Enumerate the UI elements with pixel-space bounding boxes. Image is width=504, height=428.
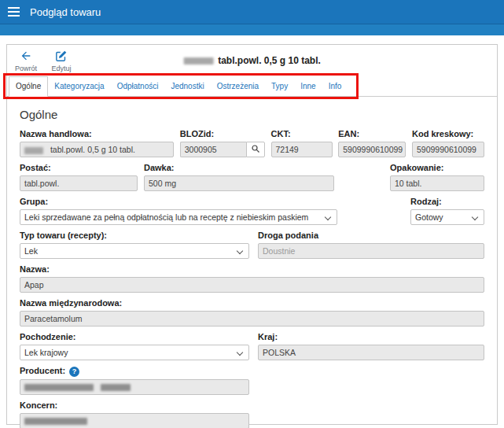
- droga-podania-label: Droga podania: [258, 231, 484, 241]
- back-button-label: Powrót: [15, 65, 37, 72]
- field-blozid: BLOZid: 3000905: [180, 129, 265, 157]
- ean-label: EAN:: [338, 129, 406, 139]
- form-row-3: Grupa: Leki sprzedawane za pełną odpłatn…: [20, 197, 484, 231]
- blozid-label: BLOZid:: [180, 129, 265, 139]
- nazwa-miedzynarodowa-label: Nazwa międzynarodowa:: [20, 298, 484, 308]
- droga-podania-input: Doustnie: [258, 243, 484, 259]
- ean-input: 5909990610099: [338, 142, 406, 157]
- producent-input: [20, 379, 249, 395]
- producent-label: Producent:: [20, 366, 65, 375]
- form-row-8: Producent:: [20, 366, 484, 400]
- field-dawka: Dawka: 500 mg: [144, 163, 334, 191]
- section-title: Ogólne: [20, 108, 484, 121]
- koncern-input: [20, 413, 249, 428]
- form-row-4: Typ towaru (recepty): Lek Droga podania …: [20, 231, 484, 264]
- app-header: Podgląd towaru: [0, 0, 504, 24]
- chevron-down-icon: [237, 248, 243, 254]
- tab-inne[interactable]: Inne: [294, 76, 322, 96]
- form-row-6: Nazwa międzynarodowa: Paracetamolum: [20, 298, 484, 332]
- field-ckt: CKT: 72149: [271, 129, 333, 157]
- blozid-input: 3000905: [180, 142, 246, 157]
- redacted-text: [24, 418, 87, 425]
- postac-label: Postać:: [20, 163, 138, 173]
- dawka-input: 500 mg: [144, 175, 334, 191]
- menu-icon[interactable]: [8, 5, 20, 19]
- typ-towaru-select[interactable]: Lek: [20, 243, 249, 259]
- bloz-search-button[interactable]: [246, 142, 265, 157]
- form-row-1: Nazwa handlowa: tabl.powl. 0,5 g 10 tabl…: [20, 129, 484, 163]
- redacted-text: [24, 384, 94, 391]
- dawka-label: Dawka:: [144, 163, 334, 173]
- field-kod-kreskowy: Kod kreskowy: 5909990610099: [412, 129, 484, 157]
- kraj-input: POLSKA: [258, 345, 484, 360]
- field-nazwa: Nazwa: Apap: [20, 264, 484, 293]
- arrow-left-icon: [19, 49, 33, 63]
- field-nazwa-handlowa: Nazwa handlowa: tabl.powl. 0,5 g 10 tabl…: [20, 129, 174, 157]
- nazwa-handlowa-input: tabl.powl. 0,5 g 10 tabl.: [20, 142, 174, 157]
- field-grupa: Grupa: Leki sprzedawane za pełną odpłatn…: [20, 197, 337, 225]
- postac-input: tabl.powl.: [20, 175, 138, 191]
- tab-jednostki[interactable]: Jednostki: [164, 76, 210, 96]
- redacted-text: [183, 57, 213, 65]
- field-opakowanie: Opakowanie: 10 tabl.: [390, 163, 484, 191]
- opakowanie-input: 10 tabl.: [390, 175, 484, 191]
- redacted-text: [24, 147, 43, 154]
- tab-kategoryzacja[interactable]: Kategoryzacja: [48, 76, 110, 96]
- field-nazwa-miedzynarodowa: Nazwa międzynarodowa: Paracetamolum: [20, 298, 484, 327]
- grupa-select[interactable]: Leki sprzedawane za pełną odpłatnością l…: [20, 209, 337, 225]
- ckt-label: CKT:: [271, 129, 333, 139]
- field-koncern: Koncern:: [20, 400, 249, 428]
- tab-typy[interactable]: Typy: [265, 76, 294, 96]
- ckt-input: 72149: [271, 142, 333, 157]
- redacted-text: [101, 384, 131, 391]
- form-row-9: Koncern:: [20, 400, 484, 428]
- back-button[interactable]: Powrót: [15, 49, 37, 72]
- chevron-down-icon: [472, 214, 478, 220]
- pochodzenie-label: Pochodzenie:: [20, 332, 249, 342]
- field-pochodzenie: Pochodzenie: Lek krajowy: [20, 332, 249, 360]
- kraj-label: Kraj:: [258, 332, 484, 342]
- pochodzenie-select[interactable]: Lek krajowy: [20, 345, 249, 360]
- app-subheader: [0, 24, 504, 35]
- page-title: Podgląd towaru: [30, 6, 101, 18]
- kod-kreskowy-label: Kod kreskowy:: [412, 129, 484, 139]
- edit-pencil-icon: [54, 49, 68, 63]
- field-kraj: Kraj: POLSKA: [258, 332, 484, 360]
- koncern-label: Koncern:: [20, 400, 249, 411]
- edit-button[interactable]: Edytuj: [51, 49, 71, 72]
- nazwa-input: Apap: [20, 277, 484, 293]
- product-title-text: tabl.powl. 0,5 g 10 tabl.: [218, 55, 321, 66]
- rodzaj-label: Rodzaj:: [410, 197, 484, 207]
- tab-ostrzezenia[interactable]: Ostrzeżenia: [211, 76, 265, 96]
- field-producent: Producent:: [20, 366, 249, 395]
- nazwa-handlowa-label: Nazwa handlowa:: [20, 129, 174, 139]
- toolbar: Powrót Edytuj tabl.powl. 0,5 g 10 tabl.: [7, 45, 497, 76]
- field-typ-towaru: Typ towaru (recepty): Lek: [20, 231, 249, 259]
- field-droga-podania: Droga podania Doustnie: [258, 231, 484, 259]
- tab-odplatnosci[interactable]: Odpłatności: [111, 76, 165, 96]
- chevron-down-icon: [237, 349, 243, 356]
- opakowanie-label: Opakowanie:: [390, 163, 484, 173]
- field-ean: EAN: 5909990610099: [338, 129, 406, 157]
- field-rodzaj: Rodzaj: Gotowy: [410, 197, 484, 225]
- grupa-label: Grupa:: [20, 197, 337, 207]
- nazwa-miedzynarodowa-input: Paracetamolum: [20, 311, 484, 327]
- chevron-down-icon: [325, 214, 331, 220]
- tab-ogolne[interactable]: Ogólne: [9, 76, 48, 97]
- rodzaj-select[interactable]: Gotowy: [410, 209, 484, 225]
- typ-towaru-label: Typ towaru (recepty):: [20, 231, 249, 241]
- form-row-5: Nazwa: Apap: [20, 264, 484, 298]
- edit-button-label: Edytuj: [51, 65, 71, 72]
- tab-info[interactable]: Info: [322, 76, 348, 96]
- kod-kreskowy-input: 5909990610099: [412, 142, 484, 157]
- help-icon[interactable]: [69, 367, 79, 377]
- tab-bar: Ogólne Kategoryzacja Odpłatności Jednost…: [7, 76, 497, 97]
- product-title: tabl.powl. 0,5 g 10 tabl.: [183, 55, 321, 66]
- search-icon: [251, 144, 260, 156]
- form-row-2: Postać: tabl.powl. Dawka: 500 mg Opakowa…: [20, 163, 484, 197]
- field-postac: Postać: tabl.powl.: [20, 163, 138, 191]
- nazwa-label: Nazwa:: [20, 264, 484, 275]
- product-panel: Powrót Edytuj tabl.powl. 0,5 g 10 tabl. …: [6, 44, 498, 425]
- form-row-7: Pochodzenie: Lek krajowy Kraj: POLSKA: [20, 332, 484, 366]
- form-ogolne: Ogólne Nazwa handlowa: tabl.powl. 0,5 g …: [7, 97, 497, 428]
